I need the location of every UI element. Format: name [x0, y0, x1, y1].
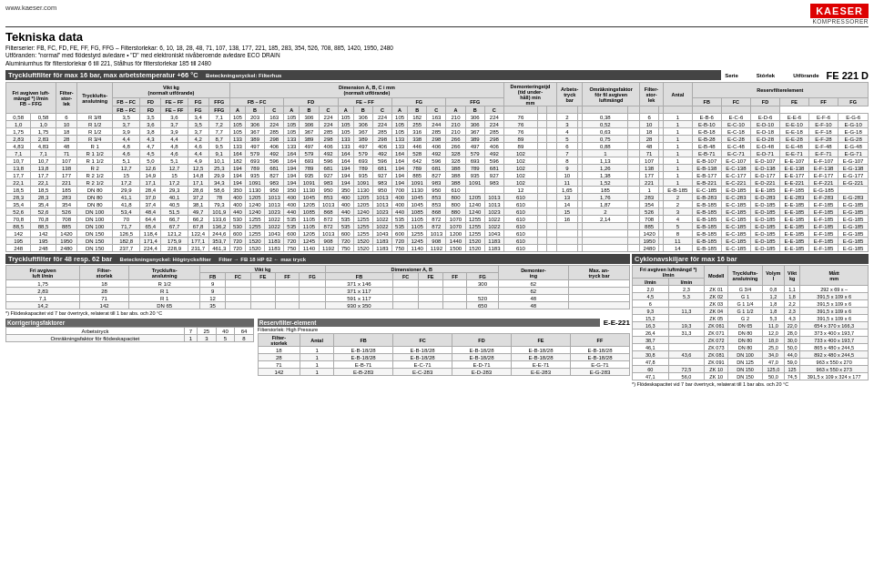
table-cell: 1045: [300, 194, 319, 201]
table-cell: E-C-6: [721, 114, 750, 121]
description-1: Filterserier: FB, FC, FD, FE, FF, FG, FF…: [5, 45, 869, 52]
table-cell: 406: [319, 143, 338, 150]
table-cell: 14: [664, 245, 693, 252]
table-cell: 175,9: [161, 238, 188, 245]
table-cell: 7,1: [208, 114, 229, 121]
website-url: www.kaeser.com: [5, 4, 56, 12]
table-cell: 28: [80, 288, 129, 295]
table-cell: E-G-28: [838, 136, 869, 143]
table-cell: 35: [200, 302, 226, 309]
table-cell: [225, 295, 250, 302]
table-cell: 1500: [446, 245, 465, 252]
table-cell: E-C-185: [721, 201, 750, 208]
cyclo-footnote: *) Flödeskapacitet vid 7 bar övertryck, …: [632, 381, 869, 387]
table-cell: [547, 245, 557, 252]
table-cell: 1,2: [762, 293, 784, 300]
table-cell: 17,1: [140, 179, 161, 187]
table-cell: 28,3: [6, 194, 31, 201]
table-cell: 927: [484, 172, 503, 179]
table-cell: E-B-6: [692, 114, 721, 121]
table-cell: 1,0: [31, 121, 56, 128]
table-cell: 64,4: [140, 216, 161, 223]
table-cell: 535: [338, 216, 353, 223]
table-cell: [547, 238, 557, 245]
table-cell: [547, 143, 557, 150]
table-cell: 126,5: [113, 230, 140, 238]
table-cell: 950: [319, 187, 338, 194]
table-cell: 950: [265, 187, 284, 194]
table-cell: R 1/2: [129, 280, 200, 288]
table-cell: [628, 114, 640, 121]
table-cell: 41,1: [113, 194, 140, 201]
table-cell: E-B-177: [692, 172, 721, 179]
table-cell: 66,2: [188, 216, 208, 223]
title-section: Tekniska data Filterserier: FB, FC, FD, …: [5, 30, 869, 67]
table-cell: 142: [80, 302, 129, 309]
table-cell: 306: [465, 114, 484, 121]
table-cell: R 2: [77, 165, 113, 172]
table-cell: 71: [80, 295, 129, 302]
table-cell: 750: [284, 245, 300, 252]
table-cell: 11,0: [762, 322, 784, 329]
table-cell: 102: [503, 165, 537, 172]
table-cell: [628, 121, 640, 128]
table-cell: [537, 230, 547, 238]
table-cell: 983: [319, 179, 338, 187]
table-cell: 164: [229, 150, 245, 157]
table-cell: 391,5 x 109 x 6: [800, 293, 869, 300]
table-cell: 210: [446, 114, 465, 121]
table-cell: 328: [446, 157, 465, 165]
table-cell: E-D-71: [452, 361, 512, 369]
table-cell: [275, 288, 299, 295]
table-cell: 3,7: [161, 121, 188, 128]
table-cell: 16,3: [633, 322, 669, 329]
table-cell: 1: [664, 121, 693, 128]
table-cell: 15,2: [633, 315, 669, 322]
table-cell: [628, 201, 640, 208]
reservfilter-sub-section: Reservfilter-element E-E-221 Filterstorl…: [258, 319, 630, 376]
table-cell: 1520: [465, 238, 484, 245]
table-cell: E-F-185: [808, 223, 838, 230]
table-cell: 285: [265, 128, 284, 136]
table-cell: 492: [319, 150, 338, 157]
table-cell: E-E-6: [780, 114, 809, 121]
table-cell: [250, 295, 275, 302]
table-cell: E-G-283: [838, 194, 869, 201]
table-cell: E-C-71: [393, 361, 452, 369]
table-cell: E-D-107: [750, 157, 779, 165]
table-cell: 67,8: [188, 223, 208, 230]
table-cell: DN 100: [77, 223, 113, 230]
table-cell: [628, 187, 640, 194]
table-cell: 133: [229, 143, 245, 150]
table-cell: 66,7: [161, 216, 188, 223]
table-cell: 1,38: [583, 172, 628, 179]
table-cell: 133: [338, 143, 353, 150]
table-cell: 1070: [446, 223, 465, 230]
table-cell: 927: [319, 172, 338, 179]
table-cell: R 3/4: [77, 136, 113, 143]
table-cell: [628, 216, 640, 223]
table-cell: [547, 157, 557, 165]
table-cell: E-B-185: [692, 201, 721, 208]
table-cell: E-E-185: [780, 216, 809, 223]
table-cell: E-G-185: [838, 238, 869, 245]
table-cell: 12,7: [113, 165, 140, 172]
table-cell: 3,4: [188, 114, 208, 121]
table-cell: E-D-138: [750, 165, 779, 172]
table-cell: 406: [484, 143, 503, 150]
table-cell: DN 80: [728, 344, 763, 351]
table-cell: [537, 208, 547, 216]
table-cell: 1205: [300, 201, 319, 208]
table-cell: 12,7: [161, 165, 188, 172]
table-cell: 177: [56, 172, 77, 179]
table-cell: [537, 128, 547, 136]
table-cell: E-F-185: [808, 230, 838, 238]
table-cell: 610: [503, 201, 537, 208]
table-cell: 12,6: [140, 165, 161, 172]
table-cell: 693: [353, 157, 372, 165]
table-cell: 285: [484, 128, 503, 136]
table-cell: 983: [372, 179, 391, 187]
table-cell: [300, 295, 326, 302]
table-cell: 440: [229, 208, 245, 216]
table-cell: E-B-107: [692, 157, 721, 165]
